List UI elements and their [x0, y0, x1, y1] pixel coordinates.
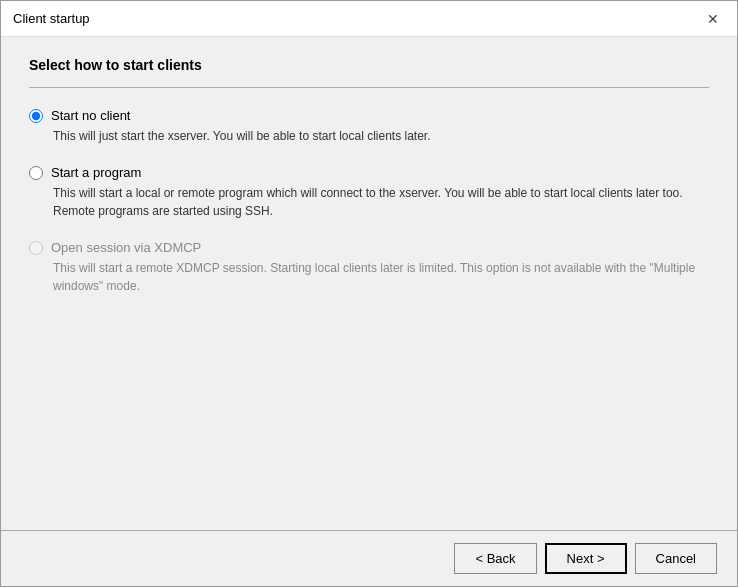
options-area: Start no client This will just start the… [29, 108, 709, 510]
back-button[interactable]: < Back [454, 543, 536, 574]
footer-bar: < Back Next > Cancel [1, 530, 737, 586]
label-start-program[interactable]: Start a program [51, 165, 141, 180]
label-no-client[interactable]: Start no client [51, 108, 131, 123]
option-group-xdmcp: Open session via XDMCP This will start a… [29, 240, 709, 295]
divider [29, 87, 709, 88]
desc-xdmcp: This will start a remote XDMCP session. … [29, 259, 709, 295]
label-xdmcp: Open session via XDMCP [51, 240, 201, 255]
desc-no-client: This will just start the xserver. You wi… [29, 127, 709, 145]
client-startup-dialog: Client startup ✕ Select how to start cli… [0, 0, 738, 587]
option-row-no-client: Start no client [29, 108, 709, 123]
title-bar: Client startup ✕ [1, 1, 737, 37]
cancel-button[interactable]: Cancel [635, 543, 717, 574]
radio-no-client[interactable] [29, 109, 43, 123]
option-row-xdmcp: Open session via XDMCP [29, 240, 709, 255]
dialog-title: Client startup [13, 11, 90, 26]
close-button[interactable]: ✕ [701, 7, 725, 31]
option-group-start-program: Start a program This will start a local … [29, 165, 709, 220]
option-group-no-client: Start no client This will just start the… [29, 108, 709, 145]
next-button[interactable]: Next > [545, 543, 627, 574]
option-row-start-program: Start a program [29, 165, 709, 180]
desc-start-program: This will start a local or remote progra… [29, 184, 709, 220]
radio-start-program[interactable] [29, 166, 43, 180]
radio-xdmcp [29, 241, 43, 255]
dialog-body: Select how to start clients Start no cli… [1, 37, 737, 530]
section-title: Select how to start clients [29, 57, 709, 73]
